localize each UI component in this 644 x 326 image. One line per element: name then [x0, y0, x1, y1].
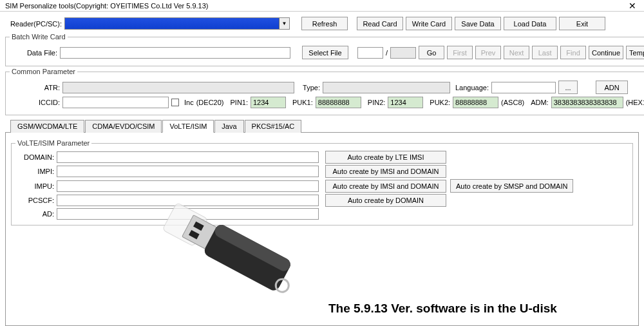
- write-card-button[interactable]: Write Card: [406, 17, 452, 30]
- pin1-label: PIN1:: [230, 99, 248, 106]
- puk2-label: PUK2:: [430, 99, 450, 106]
- impi-input[interactable]: [57, 166, 319, 177]
- page-input[interactable]: [357, 47, 383, 59]
- iccid-label: ICCID:: [10, 99, 60, 106]
- usb-drive-icon: [148, 192, 316, 308]
- tab-java[interactable]: Java: [214, 120, 243, 133]
- type-input: [323, 82, 450, 93]
- language-input[interactable]: [491, 82, 556, 93]
- exit-button[interactable]: Exit: [559, 17, 605, 30]
- close-icon[interactable]: ✕: [626, 1, 639, 11]
- ad-label: AD:: [15, 210, 54, 218]
- last-button[interactable]: Last: [532, 46, 558, 59]
- tab-content: VoLTE/ISIM Parameter DOMAIN: Auto create…: [5, 133, 639, 326]
- language-browse-button[interactable]: ...: [558, 81, 578, 94]
- impu-label: IMPU:: [15, 182, 54, 190]
- usb-caption: The 5.9.13 Ver. software is in the U-dis…: [328, 302, 557, 316]
- inc-checkbox[interactable]: [171, 99, 179, 106]
- dec20-label: (DEC20): [196, 99, 224, 106]
- inc-label: Inc: [184, 99, 194, 106]
- impi-label: IMPI:: [15, 168, 54, 175]
- auto-smsp-button[interactable]: Auto create by SMSP and DOMAIN: [450, 179, 573, 193]
- asc8-label: (ASC8): [501, 99, 524, 106]
- tab-bar: GSM/WCDMA/LTE CDMA/EVDO/CSIM VoLTE/ISIM …: [5, 119, 639, 133]
- reader-dropdown[interactable]: ▼: [64, 17, 290, 30]
- common-legend: Common Parameter: [10, 68, 77, 75]
- save-data-button[interactable]: Save Data: [455, 17, 501, 30]
- auto-domain-button[interactable]: Auto create by DOMAIN: [325, 194, 446, 207]
- data-file-input[interactable]: [60, 47, 290, 59]
- language-label: Language:: [455, 84, 489, 91]
- find-button[interactable]: Find: [560, 46, 586, 59]
- window-title: SIM Personalize tools(Copyright: OYEITIM…: [5, 2, 208, 10]
- adn-button[interactable]: ADN: [596, 81, 628, 94]
- atr-label: ATR:: [10, 84, 60, 91]
- puk1-input[interactable]: [316, 97, 361, 108]
- continue-button[interactable]: Continue: [589, 46, 623, 59]
- tab-cdma[interactable]: CDMA/EVDO/CSIM: [85, 120, 162, 133]
- prev-button[interactable]: Prev: [475, 46, 501, 59]
- pin2-input[interactable]: [388, 97, 423, 108]
- common-param-fieldset: Common Parameter ATR: Type: Language: ..…: [5, 68, 644, 115]
- domain-label: DOMAIN:: [15, 153, 54, 161]
- iccid-input[interactable]: [62, 97, 169, 108]
- batch-write-fieldset: Batch Write Card Data File: Select File …: [5, 33, 644, 66]
- first-button[interactable]: First: [447, 46, 473, 59]
- dropdown-arrow-icon[interactable]: ▼: [279, 18, 289, 29]
- reader-label: Reader(PC/SC):: [5, 20, 62, 28]
- volte-legend: VoLTE/ISIM Parameter: [15, 139, 91, 147]
- data-file-label: Data File:: [10, 49, 57, 57]
- impu-input[interactable]: [57, 180, 319, 192]
- read-card-button[interactable]: Read Card: [357, 17, 403, 30]
- auto-imsi-domain2-button[interactable]: Auto create by IMSI and DOMAIN: [325, 180, 446, 193]
- volte-fieldset: VoLTE/ISIM Parameter DOMAIN: Auto create…: [11, 139, 633, 225]
- tab-pkcs[interactable]: PKCS#15/AC: [245, 120, 302, 133]
- batch-legend: Batch Write Card: [10, 33, 68, 41]
- go-button[interactable]: Go: [419, 46, 444, 59]
- pin1-input[interactable]: [251, 97, 286, 108]
- refresh-button[interactable]: Refresh: [301, 17, 348, 30]
- load-data-button[interactable]: Load Data: [504, 17, 556, 30]
- atr-input: [62, 82, 294, 93]
- pin2-label: PIN2:: [368, 99, 386, 106]
- auto-lte-button[interactable]: Auto create by LTE IMSI: [325, 151, 446, 164]
- adm-input[interactable]: [551, 97, 623, 108]
- page-total-input: [390, 47, 416, 59]
- auto-imsi-domain-button[interactable]: Auto create by IMSI and DOMAIN: [325, 165, 446, 178]
- tab-gsm[interactable]: GSM/WCDMA/LTE: [10, 120, 84, 133]
- select-file-button[interactable]: Select File: [302, 46, 348, 59]
- adm-label: ADM:: [531, 99, 549, 106]
- domain-input[interactable]: [57, 151, 319, 163]
- page-separator: /: [386, 49, 388, 57]
- hex168-label: (HEX16/8): [626, 99, 644, 106]
- next-button[interactable]: Next: [504, 46, 529, 59]
- puk2-input[interactable]: [453, 97, 498, 108]
- tab-volte[interactable]: VoLTE/ISIM: [162, 120, 214, 133]
- type-label: Type:: [297, 84, 320, 91]
- puk1-label: PUK1:: [292, 99, 313, 106]
- template-button[interactable]: Template: [626, 46, 644, 59]
- pcscf-label: PCSCF:: [15, 197, 54, 204]
